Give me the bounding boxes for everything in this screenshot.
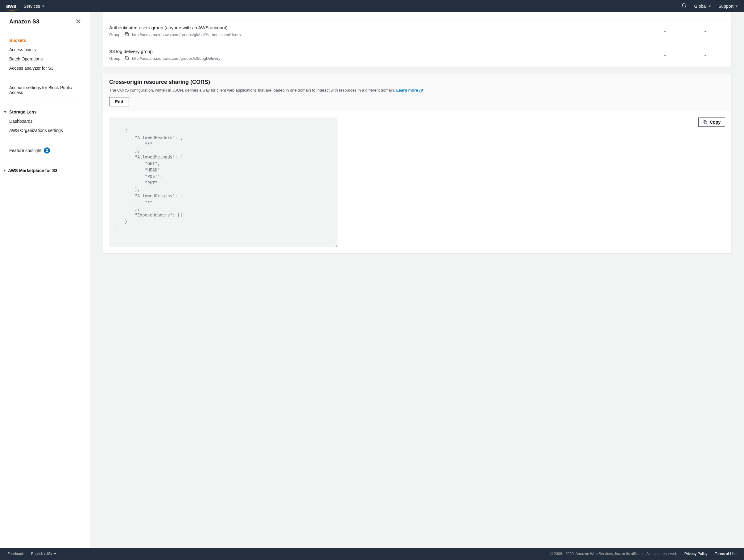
region-label: Global — [694, 4, 706, 9]
region-menu[interactable]: Global — [694, 4, 711, 9]
sidebar-item-org-settings[interactable]: AWS Organizations settings — [9, 126, 81, 135]
feature-spotlight-badge: 2 — [44, 147, 50, 154]
acl-row-log-delivery: S3 log delivery group Group: http://acs.… — [103, 43, 731, 67]
cors-description: The CORS configuration, written in JSON,… — [109, 87, 725, 94]
acl-col-objects: - — [645, 29, 685, 34]
caret-down-icon — [42, 6, 44, 7]
cors-config-code[interactable]: [ { "AllowedHeaders": [ "*" ], "AllowedM… — [109, 117, 337, 247]
notifications-icon[interactable] — [681, 3, 686, 9]
privacy-policy-link[interactable]: Privacy Policy — [684, 552, 708, 556]
sidebar: Amazon S3 Buckets Access points Batch Op… — [0, 12, 90, 548]
divider — [9, 102, 81, 102]
cors-edit-button[interactable]: Edit — [109, 97, 129, 106]
main-content: Authenticated users group (anyone with a… — [90, 12, 744, 548]
acl-group-label: Group: — [109, 32, 121, 37]
acl-row-title: S3 log delivery group — [109, 49, 645, 54]
cors-panel: Cross-origin resource sharing (CORS) The… — [103, 74, 732, 254]
copy-icon[interactable] — [125, 32, 129, 37]
marketplace-label: AWS Marketplace for S3 — [8, 168, 58, 173]
divider — [9, 140, 81, 140]
caret-down-icon — [54, 553, 56, 555]
sidebar-item-block-public-access[interactable]: Account settings for Block Public Access — [9, 83, 81, 97]
acl-col-bucket-acl: - — [685, 29, 725, 34]
sidebar-item-buckets[interactable]: Buckets — [9, 36, 81, 45]
language-label: English (US) — [31, 552, 52, 556]
footer: Feedback English (US) © 2008 - 2020, Ama… — [0, 548, 744, 560]
sidebar-section-marketplace[interactable]: AWS Marketplace for S3 — [4, 166, 81, 175]
acl-panel: Authenticated users group (anyone with a… — [103, 12, 732, 67]
cors-learn-more-link[interactable]: Learn more — [396, 88, 423, 92]
acl-row-title: Authenticated users group (anyone with a… — [109, 25, 645, 30]
acl-group-label: Group: — [109, 56, 121, 61]
sidebar-section-storage-lens[interactable]: Storage Lens — [4, 107, 81, 117]
acl-row-authenticated-users: Authenticated users group (anyone with a… — [103, 19, 731, 43]
external-link-icon — [418, 88, 423, 92]
cors-copy-button[interactable]: Copy — [698, 117, 725, 127]
copyright-text: © 2008 - 2020, Amazon Web Services, Inc.… — [550, 552, 677, 556]
aws-logo[interactable]: aws — [6, 3, 16, 9]
feature-spotlight-label: Feature spotlight — [9, 148, 41, 153]
feedback-link[interactable]: Feedback — [7, 552, 24, 556]
language-selector[interactable]: English (US) — [31, 552, 56, 556]
acl-col-bucket-acl: - — [685, 52, 725, 58]
copy-icon[interactable] — [125, 56, 129, 61]
svg-rect-2 — [126, 33, 128, 36]
caret-down-icon — [709, 6, 711, 7]
chevron-down-icon — [4, 111, 7, 113]
caret-down-icon — [735, 6, 738, 7]
sidebar-item-batch-operations[interactable]: Batch Operations — [9, 54, 81, 64]
svg-rect-3 — [126, 57, 128, 60]
sidebar-title: Amazon S3 — [9, 18, 39, 25]
acl-group-url: http://acs.amazonaws.com/groups/s3/LogDe… — [132, 56, 221, 61]
terms-of-use-link[interactable]: Terms of Use — [715, 552, 737, 556]
divider — [9, 78, 81, 78]
support-label: Support — [718, 4, 734, 9]
top-navigation: aws Services Global Support — [0, 0, 744, 12]
copy-label: Copy — [710, 120, 720, 124]
acl-group-url: http://acs.amazonaws.com/groups/global/A… — [132, 32, 241, 37]
cors-description-text: The CORS configuration, written in JSON,… — [109, 88, 396, 92]
acl-col-objects: - — [645, 52, 685, 58]
sidebar-item-dashboards[interactable]: Dashboards — [9, 117, 81, 126]
storage-lens-label: Storage Lens — [9, 109, 37, 114]
svg-rect-4 — [704, 121, 707, 124]
sidebar-item-feature-spotlight[interactable]: Feature spotlight 2 — [9, 145, 81, 156]
learn-more-label: Learn more — [396, 88, 418, 92]
cors-title: Cross-origin resource sharing (CORS) — [109, 79, 725, 85]
services-label: Services — [24, 4, 40, 9]
services-menu[interactable]: Services — [24, 4, 45, 9]
close-sidebar-icon[interactable] — [76, 19, 81, 25]
chevron-right-icon — [4, 169, 6, 172]
sidebar-item-access-points[interactable]: Access points — [9, 45, 81, 54]
support-menu[interactable]: Support — [718, 4, 738, 9]
sidebar-item-access-analyzer[interactable]: Access analyzer for S3 — [9, 64, 81, 73]
divider — [9, 161, 81, 161]
